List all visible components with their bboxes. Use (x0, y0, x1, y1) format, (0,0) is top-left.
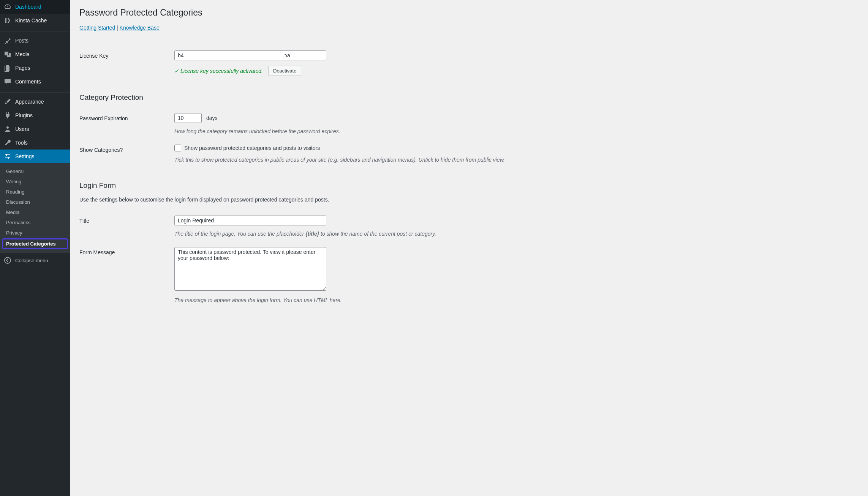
form-message-textarea[interactable] (174, 247, 326, 291)
expiration-help: How long the category remains unlocked b… (174, 128, 855, 135)
submenu-writing[interactable]: Writing (0, 176, 70, 187)
sidebar-item-label: Media (15, 51, 30, 57)
sidebar-item-posts[interactable]: Posts (0, 34, 70, 47)
sidebar-item-label: Dashboard (15, 4, 41, 10)
dashboard-icon (4, 3, 11, 11)
brush-icon (4, 98, 11, 105)
sidebar-item-label: Pages (15, 65, 30, 71)
getting-started-link[interactable]: Getting Started (79, 25, 115, 31)
password-expiration-input[interactable] (174, 113, 202, 123)
submenu-protected-categories[interactable]: Protected Categories (2, 239, 68, 249)
form-message-label: Form Message (79, 242, 174, 309)
sidebar-item-kinsta-cache[interactable]: Kinsta Cache (0, 14, 70, 27)
sliders-icon (4, 153, 11, 160)
sidebar-item-appearance[interactable]: Appearance (0, 95, 70, 109)
sidebar-item-comments[interactable]: Comments (0, 75, 70, 88)
submenu-media[interactable]: Media (0, 207, 70, 217)
main-content: Password Protected Categories Getting St… (70, 0, 868, 496)
sidebar-item-label: Users (15, 126, 29, 132)
collapse-label: Collapse menu (15, 258, 48, 263)
form-message-help: The message to appear above the login fo… (174, 296, 855, 304)
sidebar-item-users[interactable]: Users (0, 122, 70, 136)
wrench-icon (4, 139, 11, 146)
settings-submenu: General Writing Reading Discussion Media… (0, 163, 70, 253)
show-categories-checkbox-label: Show password protected categories and p… (184, 145, 320, 151)
submenu-permalinks[interactable]: Permalinks (0, 217, 70, 228)
sidebar-item-label: Kinsta Cache (15, 17, 47, 24)
license-key-label: License Key (79, 46, 174, 80)
sidebar-item-tools[interactable]: Tools (0, 136, 70, 150)
page-title: Password Protected Categories (79, 8, 859, 18)
sidebar-item-media[interactable]: Media (0, 47, 70, 61)
sidebar-item-label: Posts (15, 38, 28, 44)
submenu-privacy[interactable]: Privacy (0, 228, 70, 238)
collapse-menu[interactable]: Collapse menu (0, 253, 70, 268)
admin-sidebar: Dashboard Kinsta Cache Posts Media Pages… (0, 0, 70, 496)
pin-icon (4, 37, 11, 44)
login-title-label: Title (79, 211, 174, 242)
plug-icon (4, 112, 11, 119)
menu-separator (0, 30, 70, 31)
menu-separator (0, 91, 70, 93)
sidebar-item-pages[interactable]: Pages (0, 61, 70, 75)
password-expiration-label: Password Expiration (79, 109, 174, 140)
license-status: ✓ License key successfully activated. (174, 68, 263, 74)
kinsta-icon (4, 17, 11, 24)
login-title-input[interactable] (174, 216, 326, 225)
show-categories-help: Tick this to show protected categories i… (174, 156, 855, 164)
intro-links: Getting Started | Knowledge Base (79, 25, 859, 31)
license-key-input[interactable] (174, 50, 326, 60)
users-icon (4, 125, 11, 133)
sidebar-item-label: Settings (15, 153, 35, 159)
pages-icon (4, 64, 11, 72)
login-title-help: The title of the login page. You can use… (174, 230, 855, 238)
knowledge-base-link[interactable]: Knowledge Base (120, 25, 160, 31)
sidebar-item-dashboard[interactable]: Dashboard (0, 0, 70, 14)
submenu-discussion[interactable]: Discussion (0, 197, 70, 207)
collapse-icon (4, 257, 11, 264)
comments-icon (4, 78, 11, 85)
sidebar-item-label: Tools (15, 140, 28, 146)
deactivate-button[interactable]: Deactivate (268, 66, 301, 76)
login-form-intro: Use the settings below to customise the … (79, 197, 859, 203)
sidebar-item-label: Comments (15, 79, 41, 85)
sidebar-item-label: Plugins (15, 112, 33, 118)
submenu-general[interactable]: General (0, 166, 70, 176)
show-categories-checkbox[interactable] (174, 145, 181, 151)
sidebar-item-plugins[interactable]: Plugins (0, 109, 70, 122)
media-icon (4, 50, 11, 58)
sidebar-item-label: Appearance (15, 99, 44, 105)
expiration-unit: days (206, 115, 218, 121)
category-protection-heading: Category Protection (79, 93, 859, 102)
login-form-heading: Login Form (79, 181, 859, 190)
submenu-reading[interactable]: Reading (0, 187, 70, 197)
svg-point-0 (5, 257, 11, 263)
sidebar-item-settings[interactable]: Settings (0, 150, 70, 163)
show-categories-label: Show Categories? (79, 140, 174, 168)
